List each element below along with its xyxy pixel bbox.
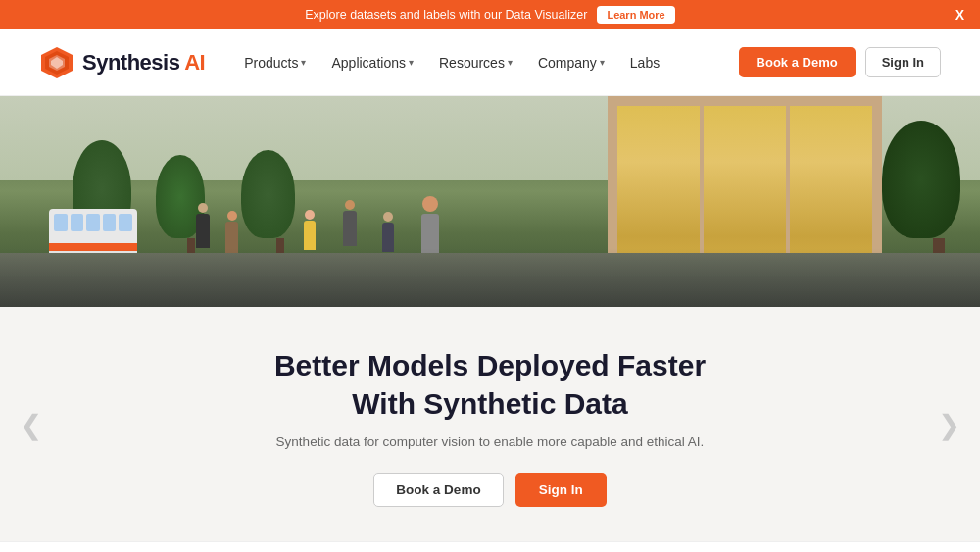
top-banner: Explore datasets and labels with our Dat…: [0, 0, 980, 29]
close-banner-button[interactable]: X: [956, 7, 964, 23]
nav-links: Products ▾ Applications ▾ Resources ▾ Co…: [234, 49, 738, 76]
carousel-next-button[interactable]: ❯: [938, 408, 960, 440]
hero-subtitle: Synthetic data for computer vision to en…: [20, 434, 960, 449]
hero-title: Better Models Deployed Faster With Synth…: [20, 346, 960, 423]
logo-icon: [39, 45, 74, 80]
trusted-section: Trusted by: Google amazon NVIDIA intel: [0, 541, 980, 552]
navbar: Synthesis AI Products ▾ Applications ▾ R…: [0, 29, 980, 96]
pedestrians: [0, 160, 980, 258]
book-demo-button[interactable]: Book a Demo: [739, 47, 856, 77]
carousel-prev-button[interactable]: ❮: [20, 408, 42, 440]
nav-products[interactable]: Products ▾: [234, 49, 316, 76]
signin-button-nav[interactable]: Sign In: [865, 47, 941, 77]
person: [196, 203, 210, 248]
logo[interactable]: Synthesis AI: [39, 45, 205, 80]
hero-text-section: ❮ ❯ Better Models Deployed Faster With S…: [0, 307, 980, 541]
book-demo-hero-button[interactable]: Book a Demo: [373, 473, 503, 507]
chevron-down-icon: ▾: [508, 57, 513, 68]
person: [343, 200, 357, 246]
person: [225, 211, 238, 253]
hero-overlay: [0, 248, 980, 307]
person: [304, 210, 316, 250]
chevron-down-icon: ▾: [600, 57, 605, 68]
nav-applications[interactable]: Applications ▾: [321, 49, 423, 76]
chevron-down-icon: ▾: [409, 57, 414, 68]
hero-image: [0, 96, 980, 307]
nav-company[interactable]: Company ▾: [528, 49, 614, 76]
banner-text: Explore datasets and labels with our Dat…: [305, 8, 587, 22]
signin-hero-button[interactable]: Sign In: [515, 473, 607, 507]
logo-text: Synthesis AI: [82, 50, 205, 75]
person: [382, 212, 394, 252]
learn-more-button[interactable]: Learn More: [597, 6, 674, 24]
nav-actions: Book a Demo Sign In: [739, 47, 941, 77]
hero-buttons: Book a Demo Sign In: [20, 473, 960, 507]
nav-labs[interactable]: Labs: [620, 49, 669, 76]
chevron-down-icon: ▾: [301, 57, 306, 68]
nav-resources[interactable]: Resources ▾: [429, 49, 522, 76]
